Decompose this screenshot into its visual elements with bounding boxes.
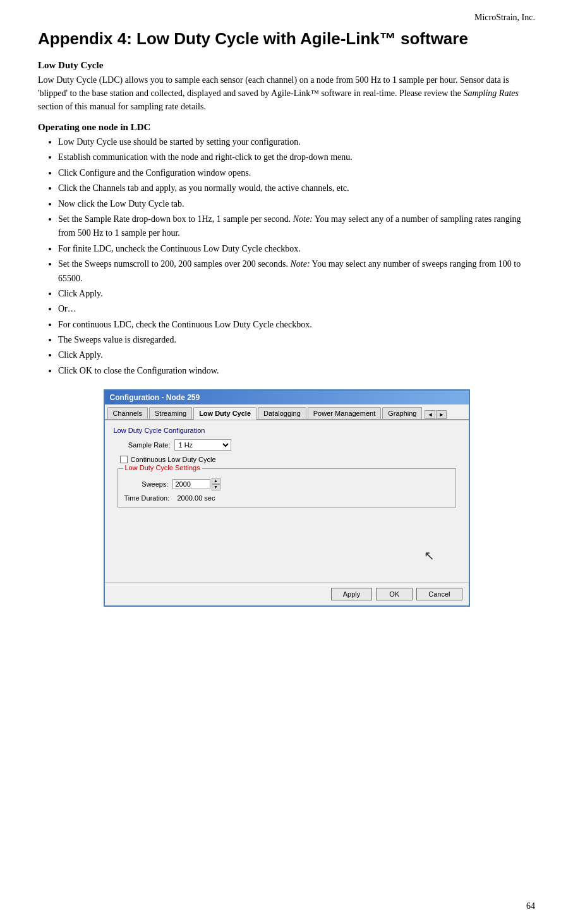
tab-streaming[interactable]: Streaming: [149, 407, 192, 419]
dialog-window: Configuration - Node 259 Channels Stream…: [104, 389, 470, 607]
dialog-footer: Apply OK Cancel: [105, 582, 469, 605]
tab-prev-arrow[interactable]: ◄: [425, 410, 435, 419]
bullet-text: Now click the Low Duty Cycle tab.: [58, 199, 184, 209]
sweeps-spinner: ▲ ▼: [212, 478, 220, 490]
ldc-text-end: section of this manual for sampling rate…: [38, 102, 206, 111]
sample-rate-row: Sample Rate: 1 Hz: [114, 439, 460, 451]
tab-graphing[interactable]: Graphing: [382, 407, 422, 419]
list-item: Set the Sweeps numscroll to 200, 200 sam…: [58, 257, 535, 286]
dialog-title-bar: Configuration - Node 259: [105, 391, 469, 404]
time-duration-row: Time Duration: 2000.00 sec: [124, 494, 449, 502]
list-item: Low Duty Cycle use should be started by …: [58, 135, 535, 149]
ldc-settings-legend: Low Duty Cycle Settings: [123, 464, 202, 471]
ldc-italic: Sampling Rates: [463, 88, 519, 98]
list-item: Set the Sample Rate drop-down box to 1Hz…: [58, 212, 535, 241]
bullet-text: Click the Channels tab and apply, as you…: [58, 183, 349, 193]
list-item: Click Apply.: [58, 348, 535, 362]
list-item: Click the Channels tab and apply, as you…: [58, 181, 535, 195]
dialog-title: Configuration - Node 259: [110, 393, 200, 402]
ldc-paragraph: Low Duty Cycle (LDC) allows you to sampl…: [38, 73, 535, 113]
operating-heading: Operating one node in LDC: [38, 122, 535, 133]
dialog-tabs: Channels Streaming Low Duty Cycle Datalo…: [105, 404, 469, 420]
operating-bullet-list: Low Duty Cycle use should be started by …: [38, 135, 535, 378]
time-duration-label: Time Duration:: [124, 494, 175, 502]
tab-datalogging[interactable]: Datalogging: [258, 407, 306, 419]
bullet-text: Click OK to close the Configuration wind…: [58, 366, 219, 375]
list-item: Or…: [58, 302, 535, 316]
cancel-button[interactable]: Cancel: [416, 588, 462, 600]
config-section-title: Low Duty Cycle Configuration: [114, 427, 460, 434]
list-item: Click OK to close the Configuration wind…: [58, 364, 535, 378]
sweeps-up-btn[interactable]: ▲: [212, 478, 220, 484]
tab-next-arrow[interactable]: ►: [436, 410, 447, 419]
continuous-ldc-checkbox[interactable]: [120, 456, 128, 463]
dialog-blank-area: ↖: [114, 513, 460, 576]
sweeps-row: Sweeps: ▲ ▼: [124, 478, 449, 490]
ldc-heading: Low Duty Cycle: [38, 60, 535, 71]
company-header: MicroStrain, Inc.: [38, 13, 535, 23]
tab-datalogging-label: Datalogging: [263, 410, 301, 417]
ldc-settings-group: Low Duty Cycle Settings Sweeps: ▲ ▼ Time…: [118, 468, 456, 508]
bullet-text: The Sweeps value is disregarded.: [58, 335, 176, 344]
list-item: Click Apply.: [58, 287, 535, 301]
ok-button[interactable]: OK: [376, 588, 413, 600]
dialog-body: Low Duty Cycle Configuration Sample Rate…: [105, 420, 469, 582]
time-duration-value: 2000.00 sec: [178, 494, 215, 502]
tab-power-management[interactable]: Power Management: [308, 407, 381, 419]
ldc-text-start: Low Duty Cycle (LDC) allows you to sampl…: [38, 75, 509, 98]
cursor-icon: ↖: [424, 548, 435, 563]
bullet-text: For finite LDC, uncheck the Continuous L…: [58, 244, 301, 253]
list-item: The Sweeps value is disregarded.: [58, 333, 535, 347]
sweeps-down-btn[interactable]: ▼: [212, 484, 220, 490]
bullet-text: Low Duty Cycle use should be started by …: [58, 137, 301, 147]
continuous-ldc-label: Continuous Low Duty Cycle: [131, 456, 216, 463]
tab-channels-label: Channels: [113, 410, 142, 417]
bullet-text: Establish communication with the node an…: [58, 152, 353, 162]
list-item: Now click the Low Duty Cycle tab.: [58, 197, 535, 211]
sweeps-label: Sweeps:: [124, 480, 169, 488]
list-item: For continuous LDC, check the Continuous…: [58, 318, 535, 332]
tab-streaming-label: Streaming: [155, 410, 186, 417]
bullet-text: For continuous LDC, check the Continuous…: [58, 320, 312, 329]
bullet-text: Or…: [58, 304, 76, 313]
continuous-ldc-row: Continuous Low Duty Cycle: [120, 456, 460, 463]
list-item: For finite LDC, uncheck the Continuous L…: [58, 242, 535, 256]
apply-button[interactable]: Apply: [331, 588, 373, 600]
bullet-text: Click Apply.: [58, 350, 103, 360]
sweeps-input[interactable]: [172, 479, 210, 489]
screenshot-container: Configuration - Node 259 Channels Stream…: [38, 389, 535, 607]
tab-nav: ◄ ►: [425, 410, 447, 419]
sample-rate-select[interactable]: 1 Hz: [174, 439, 231, 451]
company-name: MicroStrain, Inc.: [474, 13, 535, 22]
tab-low-duty-cycle[interactable]: Low Duty Cycle: [193, 407, 256, 420]
list-item: Click Configure and the Configuration wi…: [58, 166, 535, 180]
bullet-text: Click Apply.: [58, 289, 103, 298]
tab-pm-label: Power Management: [313, 410, 375, 417]
list-item: Establish communication with the node an…: [58, 150, 535, 164]
page-title: Appendix 4: Low Duty Cycle with Agile-Li…: [38, 29, 535, 49]
tab-graphing-label: Graphing: [388, 410, 416, 417]
sample-rate-label: Sample Rate:: [114, 441, 171, 449]
page-number: 64: [526, 901, 535, 911]
bullet-text: Set the Sample Rate drop-down box to 1Hz…: [58, 214, 521, 238]
tab-ldc-label: Low Duty Cycle: [199, 410, 251, 417]
tab-channels[interactable]: Channels: [107, 407, 148, 419]
bullet-text: Set the Sweeps numscroll to 200, 200 sam…: [58, 259, 521, 283]
bullet-text: Click Configure and the Configuration wi…: [58, 168, 251, 178]
